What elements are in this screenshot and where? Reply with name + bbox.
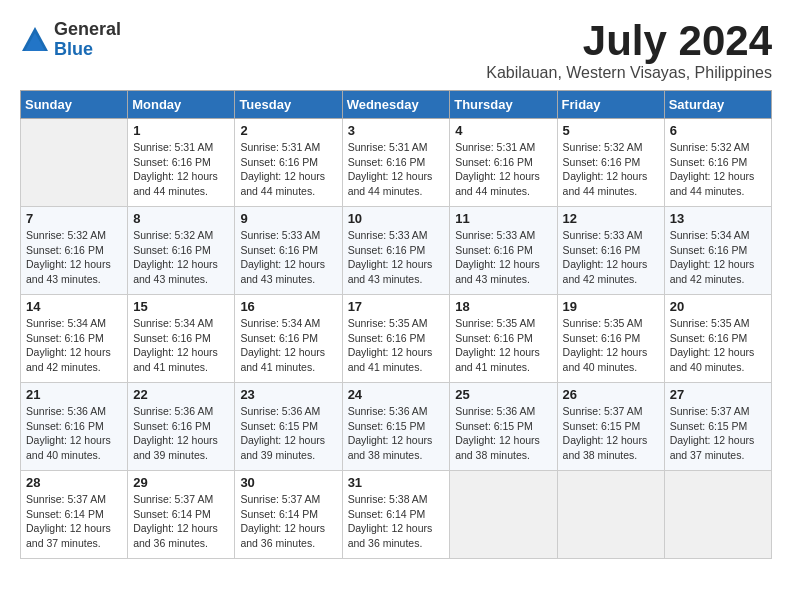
calendar-header-sunday: Sunday bbox=[21, 91, 128, 119]
calendar-cell bbox=[450, 471, 557, 559]
day-number: 23 bbox=[240, 387, 336, 402]
day-number: 13 bbox=[670, 211, 766, 226]
calendar-cell: 23Sunrise: 5:36 AM Sunset: 6:15 PM Dayli… bbox=[235, 383, 342, 471]
day-info: Sunrise: 5:36 AM Sunset: 6:16 PM Dayligh… bbox=[26, 404, 122, 463]
day-number: 9 bbox=[240, 211, 336, 226]
logo-general: General bbox=[54, 20, 121, 40]
calendar-cell: 27Sunrise: 5:37 AM Sunset: 6:15 PM Dayli… bbox=[664, 383, 771, 471]
day-info: Sunrise: 5:33 AM Sunset: 6:16 PM Dayligh… bbox=[348, 228, 445, 287]
day-info: Sunrise: 5:32 AM Sunset: 6:16 PM Dayligh… bbox=[133, 228, 229, 287]
calendar-cell: 25Sunrise: 5:36 AM Sunset: 6:15 PM Dayli… bbox=[450, 383, 557, 471]
logo-text: General Blue bbox=[54, 20, 121, 60]
calendar-cell: 29Sunrise: 5:37 AM Sunset: 6:14 PM Dayli… bbox=[128, 471, 235, 559]
day-number: 7 bbox=[26, 211, 122, 226]
day-info: Sunrise: 5:36 AM Sunset: 6:15 PM Dayligh… bbox=[455, 404, 551, 463]
calendar-week-row: 1Sunrise: 5:31 AM Sunset: 6:16 PM Daylig… bbox=[21, 119, 772, 207]
calendar-cell: 8Sunrise: 5:32 AM Sunset: 6:16 PM Daylig… bbox=[128, 207, 235, 295]
calendar-header-tuesday: Tuesday bbox=[235, 91, 342, 119]
calendar-cell: 5Sunrise: 5:32 AM Sunset: 6:16 PM Daylig… bbox=[557, 119, 664, 207]
day-info: Sunrise: 5:31 AM Sunset: 6:16 PM Dayligh… bbox=[348, 140, 445, 199]
calendar-cell: 1Sunrise: 5:31 AM Sunset: 6:16 PM Daylig… bbox=[128, 119, 235, 207]
day-number: 25 bbox=[455, 387, 551, 402]
calendar-cell: 19Sunrise: 5:35 AM Sunset: 6:16 PM Dayli… bbox=[557, 295, 664, 383]
calendar-cell: 11Sunrise: 5:33 AM Sunset: 6:16 PM Dayli… bbox=[450, 207, 557, 295]
calendar-cell bbox=[664, 471, 771, 559]
calendar-cell: 24Sunrise: 5:36 AM Sunset: 6:15 PM Dayli… bbox=[342, 383, 450, 471]
day-info: Sunrise: 5:34 AM Sunset: 6:16 PM Dayligh… bbox=[240, 316, 336, 375]
day-number: 8 bbox=[133, 211, 229, 226]
day-number: 2 bbox=[240, 123, 336, 138]
calendar-week-row: 7Sunrise: 5:32 AM Sunset: 6:16 PM Daylig… bbox=[21, 207, 772, 295]
calendar-header-monday: Monday bbox=[128, 91, 235, 119]
calendar-header-wednesday: Wednesday bbox=[342, 91, 450, 119]
calendar-cell: 21Sunrise: 5:36 AM Sunset: 6:16 PM Dayli… bbox=[21, 383, 128, 471]
day-info: Sunrise: 5:32 AM Sunset: 6:16 PM Dayligh… bbox=[670, 140, 766, 199]
calendar-cell: 2Sunrise: 5:31 AM Sunset: 6:16 PM Daylig… bbox=[235, 119, 342, 207]
day-info: Sunrise: 5:31 AM Sunset: 6:16 PM Dayligh… bbox=[133, 140, 229, 199]
day-number: 22 bbox=[133, 387, 229, 402]
calendar-header-saturday: Saturday bbox=[664, 91, 771, 119]
calendar-cell: 17Sunrise: 5:35 AM Sunset: 6:16 PM Dayli… bbox=[342, 295, 450, 383]
calendar-cell: 18Sunrise: 5:35 AM Sunset: 6:16 PM Dayli… bbox=[450, 295, 557, 383]
day-number: 18 bbox=[455, 299, 551, 314]
calendar-table: SundayMondayTuesdayWednesdayThursdayFrid… bbox=[20, 90, 772, 559]
day-number: 30 bbox=[240, 475, 336, 490]
calendar-cell: 9Sunrise: 5:33 AM Sunset: 6:16 PM Daylig… bbox=[235, 207, 342, 295]
calendar-cell: 26Sunrise: 5:37 AM Sunset: 6:15 PM Dayli… bbox=[557, 383, 664, 471]
day-number: 19 bbox=[563, 299, 659, 314]
day-number: 27 bbox=[670, 387, 766, 402]
day-info: Sunrise: 5:33 AM Sunset: 6:16 PM Dayligh… bbox=[240, 228, 336, 287]
day-info: Sunrise: 5:37 AM Sunset: 6:15 PM Dayligh… bbox=[563, 404, 659, 463]
day-info: Sunrise: 5:35 AM Sunset: 6:16 PM Dayligh… bbox=[455, 316, 551, 375]
calendar-cell: 15Sunrise: 5:34 AM Sunset: 6:16 PM Dayli… bbox=[128, 295, 235, 383]
calendar-cell: 3Sunrise: 5:31 AM Sunset: 6:16 PM Daylig… bbox=[342, 119, 450, 207]
calendar-cell: 16Sunrise: 5:34 AM Sunset: 6:16 PM Dayli… bbox=[235, 295, 342, 383]
day-number: 26 bbox=[563, 387, 659, 402]
day-info: Sunrise: 5:34 AM Sunset: 6:16 PM Dayligh… bbox=[670, 228, 766, 287]
day-number: 6 bbox=[670, 123, 766, 138]
calendar-cell: 6Sunrise: 5:32 AM Sunset: 6:16 PM Daylig… bbox=[664, 119, 771, 207]
day-info: Sunrise: 5:38 AM Sunset: 6:14 PM Dayligh… bbox=[348, 492, 445, 551]
title-area: July 2024 Kabilauan, Western Visayas, Ph… bbox=[486, 20, 772, 82]
page-header: General Blue July 2024 Kabilauan, Wester… bbox=[20, 20, 772, 82]
day-number: 10 bbox=[348, 211, 445, 226]
day-number: 5 bbox=[563, 123, 659, 138]
calendar-cell: 4Sunrise: 5:31 AM Sunset: 6:16 PM Daylig… bbox=[450, 119, 557, 207]
day-info: Sunrise: 5:32 AM Sunset: 6:16 PM Dayligh… bbox=[26, 228, 122, 287]
day-info: Sunrise: 5:34 AM Sunset: 6:16 PM Dayligh… bbox=[133, 316, 229, 375]
day-info: Sunrise: 5:37 AM Sunset: 6:14 PM Dayligh… bbox=[133, 492, 229, 551]
day-number: 14 bbox=[26, 299, 122, 314]
day-info: Sunrise: 5:33 AM Sunset: 6:16 PM Dayligh… bbox=[455, 228, 551, 287]
day-info: Sunrise: 5:37 AM Sunset: 6:14 PM Dayligh… bbox=[240, 492, 336, 551]
day-number: 24 bbox=[348, 387, 445, 402]
calendar-cell: 22Sunrise: 5:36 AM Sunset: 6:16 PM Dayli… bbox=[128, 383, 235, 471]
day-info: Sunrise: 5:31 AM Sunset: 6:16 PM Dayligh… bbox=[240, 140, 336, 199]
calendar-cell: 12Sunrise: 5:33 AM Sunset: 6:16 PM Dayli… bbox=[557, 207, 664, 295]
day-info: Sunrise: 5:35 AM Sunset: 6:16 PM Dayligh… bbox=[563, 316, 659, 375]
calendar-cell: 30Sunrise: 5:37 AM Sunset: 6:14 PM Dayli… bbox=[235, 471, 342, 559]
calendar-header-row: SundayMondayTuesdayWednesdayThursdayFrid… bbox=[21, 91, 772, 119]
day-info: Sunrise: 5:35 AM Sunset: 6:16 PM Dayligh… bbox=[348, 316, 445, 375]
day-info: Sunrise: 5:35 AM Sunset: 6:16 PM Dayligh… bbox=[670, 316, 766, 375]
calendar-header-thursday: Thursday bbox=[450, 91, 557, 119]
calendar-cell: 7Sunrise: 5:32 AM Sunset: 6:16 PM Daylig… bbox=[21, 207, 128, 295]
calendar-cell: 13Sunrise: 5:34 AM Sunset: 6:16 PM Dayli… bbox=[664, 207, 771, 295]
calendar-cell: 20Sunrise: 5:35 AM Sunset: 6:16 PM Dayli… bbox=[664, 295, 771, 383]
day-info: Sunrise: 5:32 AM Sunset: 6:16 PM Dayligh… bbox=[563, 140, 659, 199]
calendar-cell bbox=[557, 471, 664, 559]
day-info: Sunrise: 5:36 AM Sunset: 6:16 PM Dayligh… bbox=[133, 404, 229, 463]
calendar-header-friday: Friday bbox=[557, 91, 664, 119]
day-number: 3 bbox=[348, 123, 445, 138]
day-number: 4 bbox=[455, 123, 551, 138]
logo: General Blue bbox=[20, 20, 121, 60]
day-number: 12 bbox=[563, 211, 659, 226]
day-number: 28 bbox=[26, 475, 122, 490]
day-number: 17 bbox=[348, 299, 445, 314]
day-number: 21 bbox=[26, 387, 122, 402]
day-info: Sunrise: 5:37 AM Sunset: 6:14 PM Dayligh… bbox=[26, 492, 122, 551]
day-number: 29 bbox=[133, 475, 229, 490]
calendar-week-row: 21Sunrise: 5:36 AM Sunset: 6:16 PM Dayli… bbox=[21, 383, 772, 471]
day-number: 16 bbox=[240, 299, 336, 314]
day-info: Sunrise: 5:34 AM Sunset: 6:16 PM Dayligh… bbox=[26, 316, 122, 375]
calendar-cell: 10Sunrise: 5:33 AM Sunset: 6:16 PM Dayli… bbox=[342, 207, 450, 295]
